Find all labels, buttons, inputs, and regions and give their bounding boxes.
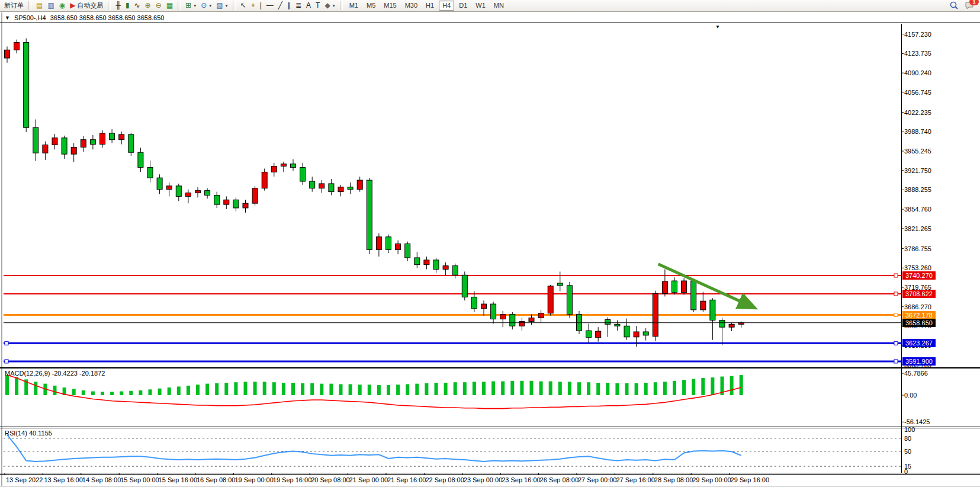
macd-histogram-bar (120, 392, 123, 395)
macd-histogram-bar (454, 382, 457, 395)
rsi-line (7, 435, 741, 462)
macd-histogram-bar (711, 377, 714, 395)
timeframe-button-w1[interactable]: W1 (472, 1, 489, 11)
hline-icon: — (266, 1, 274, 11)
text-label-button[interactable]: T (313, 1, 322, 11)
timeframe-button-h4[interactable]: H4 (439, 1, 454, 11)
price-tick-label: 3921.750 (904, 167, 931, 174)
horizontal-line-button[interactable]: — (264, 1, 276, 11)
candle (415, 258, 420, 265)
line-chart-button[interactable]: ∿ (132, 1, 143, 11)
candle (205, 191, 210, 196)
timeframe-button-d1[interactable]: D1 (455, 1, 471, 11)
fibonacci-button[interactable]: ≣ (293, 1, 304, 11)
macd-histogram-bar (82, 390, 85, 395)
candle (24, 43, 29, 128)
candle-chart-button[interactable]: ▮ (123, 1, 132, 11)
macd-histogram-bar (491, 382, 495, 395)
timeframe-button-m1[interactable]: M1 (346, 1, 362, 11)
chart-menu-icon[interactable]: ▼ (5, 15, 10, 21)
navigator-button[interactable]: ◉ (57, 1, 68, 11)
new-order-button[interactable]: 新订单 (2, 1, 26, 11)
timeframe-button-m5[interactable]: M5 (363, 1, 379, 11)
chat-button[interactable]: 1 (965, 1, 975, 11)
candle (243, 203, 248, 208)
chart-shift-marker[interactable]: ▼ (715, 24, 720, 30)
vertical-line-button[interactable]: | (258, 1, 264, 11)
chevron-down-icon: ▾ (226, 3, 228, 8)
candle (90, 140, 95, 145)
line-anchor-handle[interactable] (894, 292, 898, 296)
macd-histogram-bar (482, 382, 486, 395)
line-anchor-handle[interactable] (894, 360, 898, 363)
auto-trading-button[interactable]: ▶ 自动交易 (68, 1, 105, 11)
candle (43, 145, 48, 153)
template-button[interactable]: ▧▾ (214, 1, 230, 11)
toolbar-separator (233, 1, 236, 10)
price-tick-label: 4123.735 (904, 50, 931, 57)
macd-histogram-bar (168, 387, 171, 395)
line-anchor-handle[interactable] (5, 360, 8, 363)
time-axis-label: 13 Sep 16:00 (44, 476, 82, 483)
rsi-tick-label: 0 (904, 468, 908, 475)
tile-windows-button[interactable]: ▦ (164, 1, 175, 11)
search-button[interactable] (949, 1, 959, 11)
line-anchor-handle[interactable] (894, 274, 898, 277)
zoom-in-icon: ⊕ (145, 1, 151, 11)
macd-histogram-bar (244, 382, 248, 395)
macd-histogram-bar (549, 382, 552, 395)
data-window-button[interactable]: ▥ (45, 1, 56, 11)
trendline-button[interactable]: ╱ (276, 1, 285, 11)
zoom-out-button[interactable]: ⊖ (153, 1, 164, 11)
channel-button[interactable]: ∥ (285, 1, 293, 11)
macd-histogram-bar (615, 383, 619, 395)
macd-histogram-bar (415, 384, 419, 395)
candle (519, 321, 525, 326)
macd-histogram-bar (177, 386, 181, 395)
vline-icon: | (260, 1, 262, 11)
line-anchor-handle[interactable] (894, 341, 898, 345)
macd-histogram-bar (587, 382, 590, 395)
line-anchor-handle[interactable] (894, 313, 898, 317)
chart-surface[interactable] (0, 0, 980, 487)
candles-layer (5, 39, 744, 347)
candle (710, 300, 715, 320)
new-chart-button[interactable]: ⊞▾ (183, 1, 198, 11)
candle (52, 138, 57, 145)
time-axis-label: 13 Sep 2022 (6, 476, 43, 483)
crosshair-button[interactable]: + (249, 1, 258, 11)
text-button[interactable]: A (304, 1, 313, 11)
macd-tick-label: -56.1425 (904, 418, 930, 425)
candle (510, 315, 515, 326)
candle (386, 237, 391, 249)
timeframe-button-mn[interactable]: MN (490, 1, 507, 11)
macd-histogram-bar (520, 381, 523, 395)
bar-chart-button[interactable]: ╫ (113, 1, 123, 11)
candle (634, 332, 639, 337)
macd-tick-label: 45.7866 (904, 370, 928, 377)
candle (481, 304, 487, 309)
line-anchor-handle[interactable] (5, 341, 8, 345)
macd-histogram-bar (224, 383, 228, 395)
candle (491, 304, 496, 319)
candle (310, 181, 315, 188)
macd-histogram-bar (644, 383, 648, 395)
timeframe-button-m30[interactable]: M30 (401, 1, 421, 11)
macd-histogram-bar (740, 375, 743, 395)
macd-histogram-bar (282, 383, 285, 395)
period-button[interactable]: ⊙▾ (198, 1, 214, 11)
candle (643, 332, 648, 335)
chart-ohlc-readout: 3658.650 3658.650 3658.650 3658.650 (50, 14, 165, 21)
data-window-icon: ▥ (47, 1, 54, 11)
shapes-button[interactable]: ◆▾ (322, 1, 337, 11)
zoom-in-button[interactable]: ⊕ (143, 1, 153, 11)
cursor-button[interactable]: ↖ (238, 1, 249, 11)
macd-histogram-bar (692, 379, 695, 395)
candle (462, 275, 467, 297)
market-watch-button[interactable]: ▤ (34, 1, 45, 11)
price-tick-label: 3753.260 (904, 264, 931, 271)
timeframe-button-m15[interactable]: M15 (380, 1, 400, 11)
new-chart-icon: ⊞ (185, 1, 191, 11)
time-axis-label: 27 Sep 00:00 (578, 476, 616, 483)
timeframe-button-h1[interactable]: H1 (422, 1, 438, 11)
